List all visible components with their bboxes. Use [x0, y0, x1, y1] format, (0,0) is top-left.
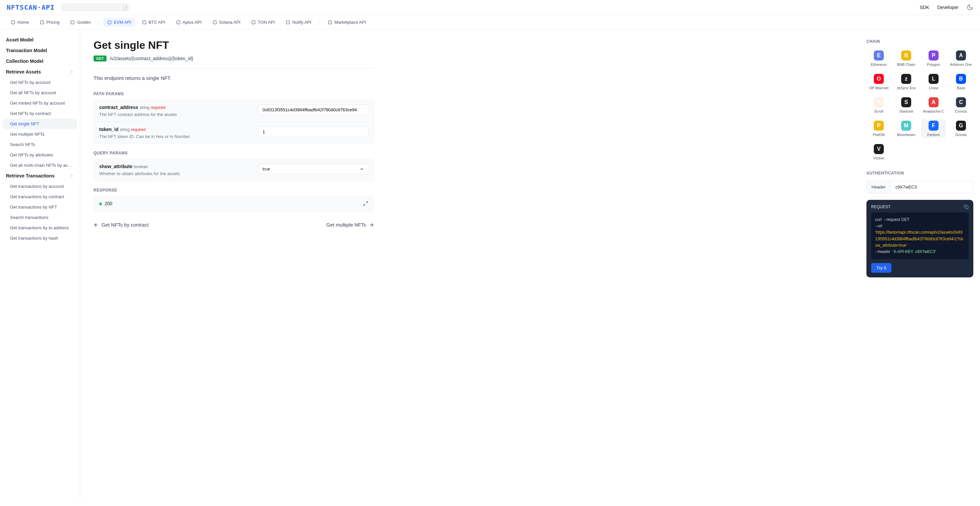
home-icon	[11, 20, 15, 25]
sidebar-item-get-transactions-by-nft[interactable]: Get transactions by NFT	[3, 202, 77, 212]
nav-tab-ton-api[interactable]: TON API	[247, 18, 279, 27]
response-label: RESPONSE	[94, 188, 374, 193]
svg-rect-16	[966, 206, 968, 209]
diamond-icon	[70, 20, 75, 25]
input-token_id[interactable]	[258, 127, 368, 137]
content[interactable]: Get single NFT GET /v2/assets/{contract_…	[80, 30, 860, 502]
svg-rect-3	[40, 21, 43, 24]
path-params-box: contract_addressstringrequiredThe NFT co…	[94, 100, 374, 144]
rect-icon	[212, 20, 217, 25]
sidebar-item-get-all-nfts-by-account[interactable]: Get all NFTs by account	[3, 88, 77, 98]
copy-icon[interactable]	[964, 204, 969, 209]
nav-tab-home[interactable]: Home	[7, 18, 33, 27]
sidebar-item-get-transactions-by-to-address[interactable]: Get transactions by to address	[3, 223, 77, 233]
param-token_id: token_idstringrequiredThe NFT token ID. …	[94, 122, 374, 144]
next-link[interactable]: Get multiple NFTs	[326, 222, 374, 228]
sidebar-item-get-multiple-nfts[interactable]: Get multiple NFTs	[3, 129, 77, 139]
svg-rect-7	[177, 21, 180, 24]
sidebar[interactable]: Asset ModelTransaction ModelCollection M…	[0, 30, 80, 502]
chain-starknet[interactable]: SStarknet	[894, 96, 918, 115]
pagination: Get NFTs by contract Get multiple NFTs	[94, 222, 374, 228]
tag-icon	[40, 20, 45, 25]
sidebar-item-get-nfts-by-contract[interactable]: Get NFTs by contract	[3, 108, 77, 119]
endpoint-row: GET /v2/assets/{contract_address}/{token…	[94, 56, 374, 62]
path-params-label: PATH PARAMS	[94, 92, 374, 96]
plus-box-icon	[107, 20, 112, 25]
expand-icon[interactable]	[363, 201, 368, 206]
code-block[interactable]: curl --request GET --url 'https://fantom…	[871, 212, 969, 259]
search-input[interactable]	[67, 5, 123, 10]
chain-linea[interactable]: LLinea	[921, 72, 946, 91]
header: NFTSCAN·API / SDK Developer	[0, 0, 980, 15]
developer-link[interactable]: Developer	[937, 5, 959, 10]
prev-link[interactable]: Get NFTs by contract	[94, 222, 149, 228]
auth-box: Header c9X7wEC3	[866, 181, 973, 193]
sidebar-item-get-all-multi-chain-nfts-by-account[interactable]: Get all multi-chain NFTs by account	[3, 160, 77, 171]
sidebar-section-collection-model[interactable]: Collection Model	[3, 56, 77, 67]
sidebar-item-get-transactions-by-contract[interactable]: Get transactions by contract	[3, 192, 77, 202]
chain-scroll[interactable]: SScroll	[866, 96, 891, 115]
sidebar-section-retrieve-transactions[interactable]: Retrieve Transactions	[3, 171, 77, 181]
sidebar-item-get-single-nft[interactable]: Get single NFT	[3, 119, 77, 129]
sidebar-section-retrieve-assets[interactable]: Retrieve Assets	[3, 67, 77, 77]
code-curl: curl	[875, 217, 881, 222]
chain-polygon[interactable]: PPolygon	[921, 49, 946, 68]
auth-header-label: Header	[867, 181, 891, 193]
chain-moonbeam[interactable]: MMoonbeam	[894, 119, 918, 138]
sidebar-item-get-transactions-by-account[interactable]: Get transactions by account	[3, 181, 77, 192]
chain-avalanche-c[interactable]: AAvalanche-C	[921, 96, 946, 115]
chain-ethereum[interactable]: EEthereum	[866, 49, 891, 68]
sidebar-section-asset-model[interactable]: Asset Model	[3, 34, 77, 45]
request-box: REQUEST curl --request GET --url 'https:…	[866, 200, 973, 278]
auth-value[interactable]: c9X7wEC3	[891, 181, 973, 193]
nav-tab-btc-api[interactable]: BTC API	[138, 18, 169, 27]
chain-arbitrum-one[interactable]: AArbitrum One	[948, 49, 973, 68]
chain-base[interactable]: BBase	[948, 72, 973, 91]
input-contract_address[interactable]	[258, 105, 368, 115]
code-header-val: 'X-API-KEY: c9X7wEC3'	[893, 249, 936, 254]
chain-platon[interactable]: PPlatON	[866, 119, 891, 138]
right-panel[interactable]: CHAIN EEthereumBBNB ChainPPolygonAArbitr…	[860, 30, 980, 502]
rect-icon	[176, 20, 181, 25]
logo[interactable]: NFTSCAN·API	[7, 3, 54, 11]
nav-tab-pricing[interactable]: Pricing	[36, 18, 64, 27]
svg-rect-9	[252, 21, 255, 24]
chain-grid: EEthereumBBNB ChainPPolygonAArbitrum One…	[866, 49, 973, 161]
sdk-link[interactable]: SDK	[920, 5, 929, 10]
nav-tab-marketplace-api[interactable]: Marketplace API	[324, 18, 370, 27]
sidebar-item-get-minted-nfts-by-account[interactable]: Get minted NFTs by account	[3, 98, 77, 108]
query-params-box: show_attributebooleanWhether to obtain a…	[94, 159, 374, 181]
next-label: Get multiple NFTs	[326, 222, 366, 228]
status-dot	[99, 203, 102, 205]
nav-tab-aptos-api[interactable]: Aptos API	[172, 18, 206, 27]
sidebar-section-transaction-model[interactable]: Transaction Model	[3, 45, 77, 56]
nav-tab-solana-api[interactable]: Solana API	[208, 18, 245, 27]
select-show_attribute[interactable]: true	[258, 164, 368, 174]
header-right: SDK Developer	[920, 4, 973, 11]
sidebar-item-get-nfts-by-attributes[interactable]: Get NFTs by attributes	[3, 150, 77, 160]
chain-bnb-chain[interactable]: BBNB Chain	[894, 49, 918, 68]
sidebar-item-search-transactions[interactable]: Search transactions	[3, 212, 77, 223]
chevron-right-icon	[70, 174, 74, 178]
chain-viction[interactable]: VViction	[866, 143, 891, 161]
nav-tab-evm-api[interactable]: EVM API	[103, 18, 135, 27]
try-button[interactable]: Try It	[871, 263, 891, 273]
chain-cronos[interactable]: CCronos	[948, 96, 973, 115]
code-request-flag: --request GET	[884, 217, 910, 222]
sidebar-item-get-transactions-by-hash[interactable]: Get transactions by hash	[3, 233, 77, 243]
code-header-flag: --header	[875, 249, 890, 254]
nav-tab-guides[interactable]: Guides	[66, 18, 94, 27]
chain-op-mainnet[interactable]: OOP Mainnet	[866, 72, 891, 91]
grid-icon	[328, 20, 332, 25]
moon-icon[interactable]	[967, 4, 973, 11]
chain-fantom[interactable]: FFantom	[921, 119, 946, 138]
sidebar-item-search-nfts[interactable]: Search NFTs	[3, 139, 77, 150]
chain-gnosis[interactable]: GGnosis	[948, 119, 973, 138]
chain-zksync-era[interactable]: zzkSync Era	[894, 72, 918, 91]
search-box[interactable]: /	[61, 3, 128, 11]
sidebar-item-get-nfts-by-account[interactable]: Get NFTs by account	[3, 77, 77, 88]
arrow-right-icon	[369, 222, 374, 228]
code-url-flag: --url	[875, 223, 882, 228]
nav-tab-notify-api[interactable]: Notify API	[282, 18, 315, 27]
response-row[interactable]: 200	[94, 196, 374, 211]
